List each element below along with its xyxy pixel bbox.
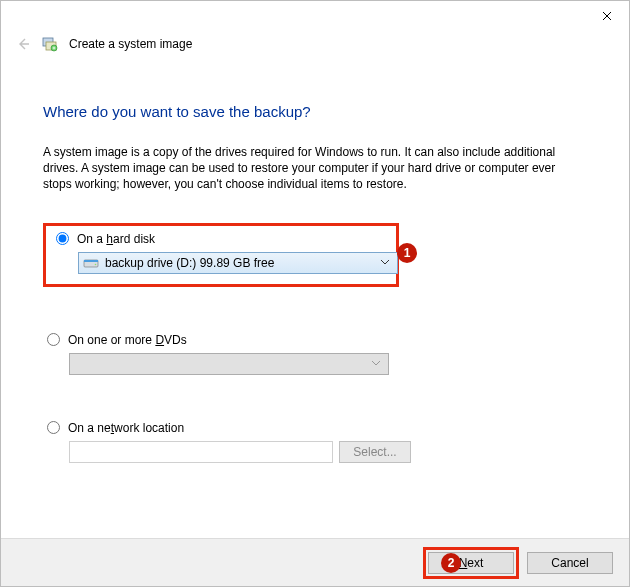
content-area: Where do you want to save the backup? A … [1, 53, 629, 463]
network-option-section: On a network location Select... [43, 421, 587, 463]
svg-point-5 [95, 263, 97, 265]
page-heading: Where do you want to save the backup? [43, 103, 587, 120]
window-close-button[interactable] [584, 1, 629, 31]
cancel-button[interactable]: Cancel [527, 552, 613, 574]
page-description: A system image is a copy of the drives r… [43, 144, 587, 193]
network-select-button: Select... [339, 441, 411, 463]
drive-icon [83, 257, 99, 269]
navigation-header: Create a system image [1, 31, 629, 53]
network-path-input[interactable] [69, 441, 333, 463]
radio-network-label[interactable]: On a network location [68, 421, 184, 435]
svg-rect-4 [84, 260, 98, 262]
radio-harddisk[interactable] [56, 232, 69, 245]
system-image-icon [41, 35, 59, 53]
chevron-down-icon [368, 361, 384, 366]
harddisk-option-highlight: On a hard disk backup drive (D:) 99.89 G… [43, 223, 399, 287]
back-arrow-icon [16, 37, 30, 51]
close-icon [602, 11, 612, 21]
annotation-badge-1: 1 [397, 243, 417, 263]
dvd-option-section: On one or more DVDs [43, 333, 587, 375]
next-button-highlight: Next [423, 547, 519, 579]
radio-dvd[interactable] [47, 333, 60, 346]
footer-bar: Next Cancel [1, 538, 629, 586]
back-button[interactable] [15, 36, 31, 52]
radio-harddisk-label[interactable]: On a hard disk [77, 232, 155, 246]
chevron-down-icon [377, 260, 393, 265]
radio-network[interactable] [47, 421, 60, 434]
dvd-drive-dropdown [69, 353, 389, 375]
radio-dvd-label[interactable]: On one or more DVDs [68, 333, 187, 347]
annotation-badge-2: 2 [441, 553, 461, 573]
harddisk-drive-dropdown[interactable]: backup drive (D:) 99.89 GB free [78, 252, 398, 274]
harddisk-drive-selected: backup drive (D:) 99.89 GB free [105, 256, 377, 270]
title-bar [1, 1, 629, 31]
window-title: Create a system image [69, 37, 192, 51]
